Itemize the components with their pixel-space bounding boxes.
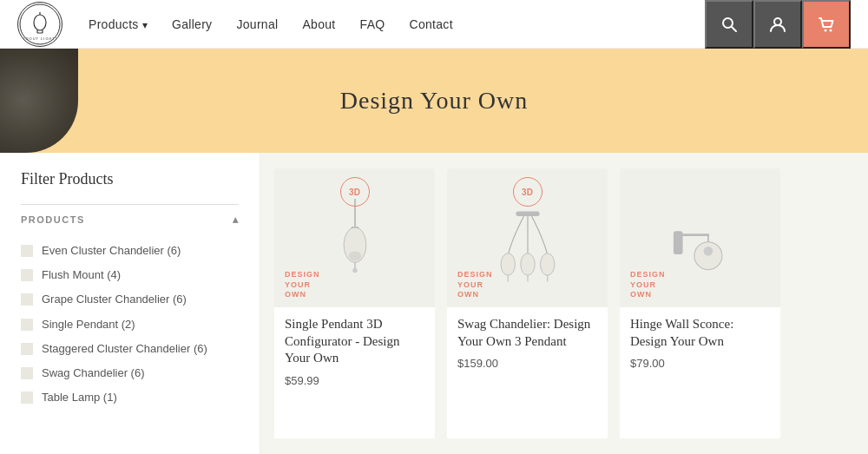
list-item[interactable]: Flush Mount (4) <box>21 267 239 283</box>
product-info-wall-sconce: Hinge Wall Sconce: Design Your Own $79.0… <box>620 307 780 438</box>
svg-text:HANGOUT LIGHTING: HANGOUT LIGHTING <box>19 36 61 41</box>
svg-point-10 <box>825 29 827 31</box>
svg-point-19 <box>501 253 515 275</box>
hero-decoration <box>0 49 78 153</box>
design-own-label-swag: DESIGN YOUR OWN <box>457 270 493 300</box>
product-info-single-pendant: Single Pendant 3D Configurator - Design … <box>274 307 435 438</box>
nav-gallery[interactable]: Gallery <box>172 17 212 31</box>
list-item[interactable]: Even Cluster Chandelier (6) <box>21 243 239 259</box>
products-chevron-icon <box>142 17 148 31</box>
main-nav: Products Gallery Journal About FAQ Conta… <box>89 17 705 31</box>
svg-point-17 <box>352 268 358 273</box>
logo-circle: HANGOUT LIGHTING <box>17 2 62 47</box>
search-icon <box>720 16 738 33</box>
filter-label-grape-cluster: Grape Cluster Chandelier (6) <box>42 292 187 307</box>
svg-point-20 <box>520 253 534 275</box>
nav-journal[interactable]: Journal <box>236 17 278 31</box>
cart-button[interactable] <box>802 0 851 49</box>
pendant-illustration <box>325 199 385 294</box>
svg-rect-18 <box>516 212 539 216</box>
filter-sidebar: Filter Products PRODUCTS Even Cluster Ch… <box>0 153 260 454</box>
site-header: HANGOUT LIGHTING Products Gallery Journa… <box>0 0 868 49</box>
design-own-label-sconce: DESIGN YOUR OWN <box>630 270 666 300</box>
user-button[interactable] <box>753 0 802 49</box>
filter-checkbox-even-cluster[interactable] <box>21 245 33 257</box>
filter-checkbox-table-lamp[interactable] <box>21 391 33 404</box>
svg-point-29 <box>703 247 713 256</box>
product-price-swag-chandelier: $159.00 <box>457 357 597 370</box>
product-name-wall-sconce: Hinge Wall Sconce: Design Your Own <box>630 316 770 350</box>
filter-label-flush-mount: Flush Mount (4) <box>42 267 121 283</box>
nav-contact[interactable]: Contact <box>409 17 452 31</box>
main-content: Filter Products PRODUCTS Even Cluster Ch… <box>0 153 868 454</box>
header-icons <box>705 0 851 49</box>
svg-point-11 <box>830 29 832 31</box>
swag-illustration <box>480 207 575 294</box>
filter-checkbox-staggered-cluster[interactable] <box>21 343 33 355</box>
list-item[interactable]: Table Lamp (1) <box>21 390 239 405</box>
filter-label-even-cluster: Even Cluster Chandelier (6) <box>42 243 181 259</box>
list-item[interactable]: Staggered Cluster Chandelier (6) <box>21 341 239 357</box>
logo[interactable]: HANGOUT LIGHTING <box>17 2 62 47</box>
search-button[interactable] <box>705 0 753 49</box>
product-card-swag-chandelier[interactable]: 3D DESIGN YOU <box>447 168 608 438</box>
product-price-single-pendant: $59.99 <box>285 374 424 387</box>
filter-label-staggered-cluster: Staggered Cluster Chandelier (6) <box>42 341 207 357</box>
badge-3d-single-pendant: 3D <box>340 177 370 207</box>
hero-title: Design Your Own <box>340 87 528 115</box>
nav-about[interactable]: About <box>302 17 335 31</box>
filter-toggle-icon[interactable] <box>233 214 240 226</box>
filter-label-table-lamp: Table Lamp (1) <box>42 390 117 405</box>
product-card-single-pendant[interactable]: 3D DESIGN YOUR OWN Single Pendant 3D Con… <box>274 168 435 438</box>
product-card-wall-sconce[interactable]: DESIGN YOUR OWN Hinge Wall Sconce: Desig… <box>620 168 780 438</box>
product-name-swag-chandelier: Swag Chandelier: Design Your Own 3 Penda… <box>457 316 597 350</box>
user-icon <box>769 16 786 33</box>
filter-section-header: PRODUCTS <box>21 204 239 231</box>
filter-label-swag-chandelier: Swag Chandelier (6) <box>42 365 145 381</box>
product-image-single-pendant: 3D DESIGN YOUR OWN <box>274 168 435 307</box>
hero-banner: Design Your Own <box>0 49 868 153</box>
list-item[interactable]: Grape Cluster Chandelier (6) <box>21 292 239 307</box>
filter-label-single-pendant: Single Pendant (2) <box>42 317 135 332</box>
svg-rect-25 <box>673 231 682 254</box>
cart-icon <box>818 16 835 33</box>
svg-point-9 <box>774 18 781 25</box>
filter-checkbox-grape-cluster[interactable] <box>21 293 33 306</box>
list-item[interactable]: Swag Chandelier (6) <box>21 365 239 381</box>
filter-heading: Filter Products <box>21 170 239 188</box>
filter-checkbox-single-pendant[interactable] <box>21 319 33 331</box>
filter-list: Even Cluster Chandelier (6) Flush Mount … <box>21 243 239 405</box>
products-grid: 3D DESIGN YOUR OWN Single Pendant 3D Con… <box>260 153 868 454</box>
svg-point-21 <box>540 253 554 275</box>
filter-checkbox-swag-chandelier[interactable] <box>21 367 33 379</box>
svg-point-1 <box>34 15 46 30</box>
svg-point-15 <box>348 252 361 261</box>
product-info-swag-chandelier: Swag Chandelier: Design Your Own 3 Penda… <box>447 307 608 438</box>
product-name-single-pendant: Single Pendant 3D Configurator - Design … <box>285 316 424 367</box>
nav-products[interactable]: Products <box>89 17 148 31</box>
design-own-label-single-pendant: DESIGN YOUR OWN <box>285 270 320 300</box>
filter-checkbox-flush-mount[interactable] <box>21 269 33 281</box>
product-image-wall-sconce: DESIGN YOUR OWN <box>620 168 780 307</box>
product-price-wall-sconce: $79.00 <box>630 357 770 370</box>
filter-section-label: PRODUCTS <box>21 214 85 225</box>
list-item[interactable]: Single Pendant (2) <box>21 317 239 332</box>
badge-3d-swag-chandelier: 3D <box>513 177 542 207</box>
svg-line-8 <box>732 27 736 31</box>
nav-faq[interactable]: FAQ <box>360 17 385 31</box>
sconce-illustration <box>666 207 735 286</box>
product-image-swag-chandelier: 3D DESIGN YOU <box>447 168 608 307</box>
